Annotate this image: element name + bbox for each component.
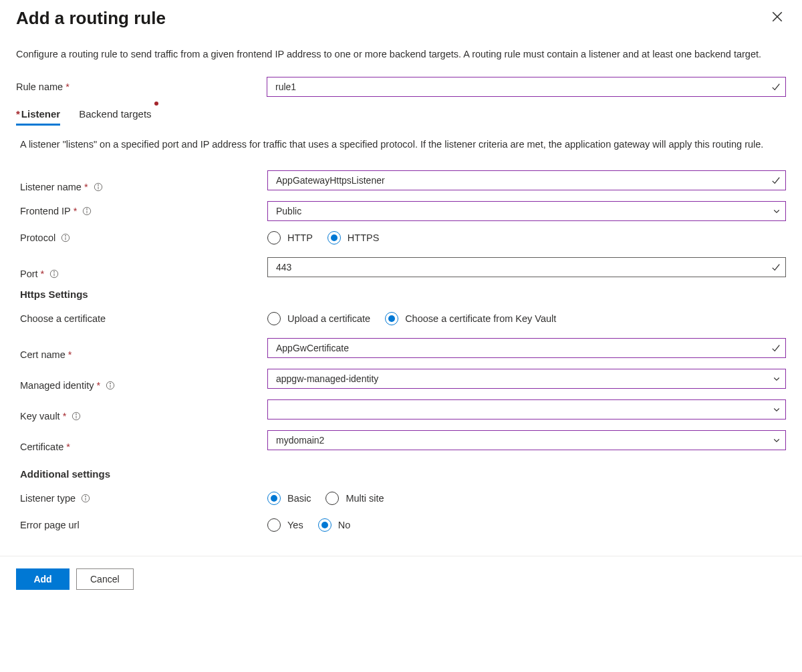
choose-cert-label: Choose a certificate	[20, 313, 106, 324]
tab-backend-targets-label: Backend targets	[79, 108, 151, 120]
upload-cert-radio[interactable]: Upload a certificate	[267, 312, 370, 325]
rule-name-input[interactable]	[267, 77, 786, 97]
radio-icon	[327, 231, 341, 244]
radio-icon	[267, 518, 281, 532]
required-asterisk: *	[66, 442, 70, 452]
radio-icon	[267, 231, 281, 244]
radio-icon	[267, 312, 281, 325]
listener-name-input[interactable]	[267, 170, 786, 190]
dirty-indicator-icon	[154, 102, 158, 106]
port-input[interactable]	[267, 257, 786, 277]
error-page-no-radio[interactable]: No	[318, 518, 351, 532]
tabs: *Listener Backend targets	[16, 108, 786, 126]
info-icon[interactable]	[82, 206, 92, 216]
certificate-dropdown[interactable]: mydomain2	[267, 430, 786, 450]
required-asterisk: *	[96, 380, 100, 391]
https-settings-title: Https Settings	[20, 289, 786, 300]
error-page-yes-label: Yes	[287, 520, 303, 530]
managed-identity-label: Managed identity	[20, 380, 94, 391]
radio-icon	[318, 518, 331, 532]
listener-type-basic-label: Basic	[287, 493, 311, 504]
svg-point-19	[76, 413, 77, 414]
protocol-https-radio[interactable]: HTTPS	[327, 231, 380, 244]
frontend-ip-dropdown[interactable]: Public	[267, 201, 786, 221]
listener-type-multisite-label: Multi site	[346, 493, 384, 504]
key-vault-dropdown[interactable]	[267, 399, 786, 419]
info-icon[interactable]	[106, 381, 115, 390]
required-asterisk: *	[16, 108, 20, 120]
page-title: Add a routing rule	[16, 8, 166, 29]
additional-settings-title: Additional settings	[20, 468, 786, 480]
close-icon[interactable]	[769, 8, 786, 27]
protocol-label: Protocol	[20, 232, 55, 243]
port-label: Port	[20, 269, 38, 279]
listener-tab-description: A listener "listens" on a specified port…	[16, 138, 786, 152]
tab-listener-label: Listener	[21, 108, 60, 120]
managed-identity-dropdown[interactable]: appgw-managed-identity	[267, 369, 786, 389]
frontend-ip-label: Frontend IP	[20, 206, 71, 216]
required-asterisk: *	[65, 81, 70, 92]
info-icon[interactable]	[72, 411, 81, 421]
radio-icon	[385, 312, 398, 325]
svg-point-7	[87, 208, 88, 209]
managed-identity-value: appgw-managed-identity	[276, 373, 378, 384]
required-asterisk: *	[68, 349, 72, 360]
listener-type-multisite-radio[interactable]: Multi site	[325, 492, 384, 505]
protocol-http-radio[interactable]: HTTP	[267, 231, 313, 244]
add-button[interactable]: Add	[16, 568, 70, 590]
radio-icon	[267, 492, 281, 505]
cancel-button[interactable]: Cancel	[76, 568, 134, 590]
page-description: Configure a routing rule to send traffic…	[16, 47, 786, 61]
certificate-label: Certificate	[20, 442, 63, 452]
key-vault-label: Key vault	[20, 411, 60, 422]
error-page-yes-radio[interactable]: Yes	[267, 518, 303, 532]
radio-icon	[325, 492, 339, 505]
info-icon[interactable]	[61, 233, 70, 242]
cert-name-input[interactable]	[267, 338, 786, 358]
svg-point-13	[54, 271, 55, 272]
certificate-value: mydomain2	[276, 435, 324, 446]
rule-name-label: Rule name	[16, 81, 63, 92]
listener-name-label: Listener name	[20, 182, 82, 192]
svg-point-10	[65, 235, 66, 236]
listener-type-label: Listener type	[20, 493, 76, 504]
frontend-ip-value: Public	[276, 206, 301, 216]
error-page-no-label: No	[338, 520, 351, 530]
tab-listener[interactable]: *Listener	[16, 108, 60, 126]
info-icon[interactable]	[94, 182, 103, 192]
cert-name-label: Cert name	[20, 349, 65, 360]
required-asterisk: *	[63, 411, 67, 422]
keyvault-cert-radio[interactable]: Choose a certificate from Key Vault	[385, 312, 556, 325]
tab-backend-targets[interactable]: Backend targets	[79, 108, 151, 126]
upload-cert-label: Upload a certificate	[287, 313, 370, 324]
svg-point-16	[110, 383, 111, 383]
protocol-http-label: HTTP	[287, 232, 313, 243]
required-asterisk: *	[41, 269, 45, 279]
svg-point-22	[86, 496, 86, 496]
listener-type-basic-radio[interactable]: Basic	[267, 492, 311, 505]
svg-point-4	[98, 184, 98, 185]
keyvault-cert-label: Choose a certificate from Key Vault	[405, 313, 556, 324]
protocol-https-label: HTTPS	[348, 232, 380, 243]
error-page-url-label: Error page url	[20, 520, 80, 530]
info-icon[interactable]	[49, 269, 59, 279]
info-icon[interactable]	[81, 494, 90, 503]
required-asterisk: *	[74, 206, 78, 216]
required-asterisk: *	[84, 182, 88, 192]
